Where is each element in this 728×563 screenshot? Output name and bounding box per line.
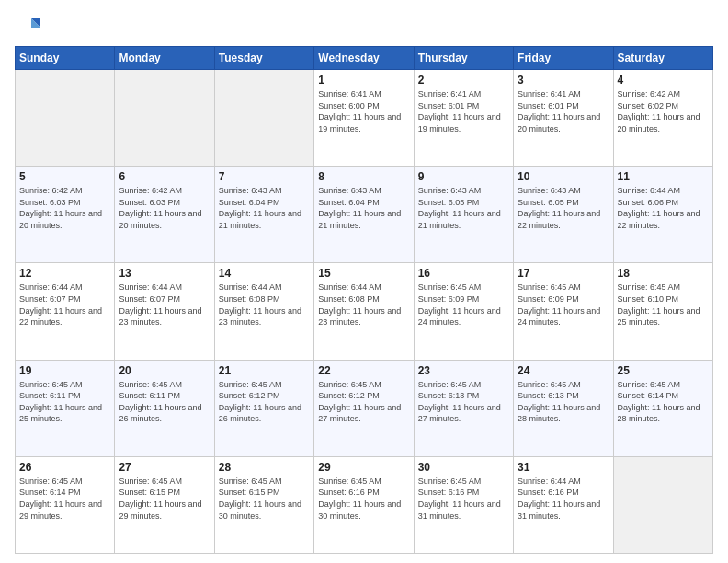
day-number: 7 <box>219 170 310 183</box>
calendar-week-4: 19Sunrise: 6:45 AM Sunset: 6:11 PM Dayli… <box>16 360 713 456</box>
calendar-cell: 3Sunrise: 6:41 AM Sunset: 6:01 PM Daylig… <box>514 70 613 167</box>
calendar-week-3: 12Sunrise: 6:44 AM Sunset: 6:07 PM Dayli… <box>16 263 713 360</box>
calendar-week-5: 26Sunrise: 6:45 AM Sunset: 6:14 PM Dayli… <box>16 456 713 553</box>
day-number: 30 <box>418 461 509 474</box>
calendar-cell: 14Sunrise: 6:44 AM Sunset: 6:08 PM Dayli… <box>214 263 313 360</box>
calendar-cell: 31Sunrise: 6:44 AM Sunset: 6:16 PM Dayli… <box>514 456 613 553</box>
day-info: Sunrise: 6:45 AM Sunset: 6:12 PM Dayligh… <box>318 379 409 425</box>
day-info: Sunrise: 6:41 AM Sunset: 6:01 PM Dayligh… <box>518 88 609 134</box>
day-number: 14 <box>219 267 310 280</box>
day-info: Sunrise: 6:43 AM Sunset: 6:05 PM Dayligh… <box>518 185 609 231</box>
calendar-cell: 12Sunrise: 6:44 AM Sunset: 6:07 PM Dayli… <box>16 263 115 360</box>
calendar-header-row: SundayMondayTuesdayWednesdayThursdayFrid… <box>16 47 713 70</box>
day-info: Sunrise: 6:45 AM Sunset: 6:16 PM Dayligh… <box>318 476 409 522</box>
day-info: Sunrise: 6:45 AM Sunset: 6:10 PM Dayligh… <box>618 282 709 327</box>
calendar-cell: 22Sunrise: 6:45 AM Sunset: 6:12 PM Dayli… <box>314 360 414 456</box>
calendar-table: SundayMondayTuesdayWednesdayThursdayFrid… <box>15 46 713 554</box>
day-number: 11 <box>618 170 709 183</box>
day-number: 28 <box>219 461 310 474</box>
calendar-cell <box>16 70 115 167</box>
day-info: Sunrise: 6:42 AM Sunset: 6:03 PM Dayligh… <box>19 185 110 231</box>
day-info: Sunrise: 6:45 AM Sunset: 6:11 PM Dayligh… <box>119 379 210 425</box>
day-info: Sunrise: 6:44 AM Sunset: 6:07 PM Dayligh… <box>19 282 110 327</box>
calendar-header-saturday: Saturday <box>613 47 712 70</box>
calendar-cell: 4Sunrise: 6:42 AM Sunset: 6:02 PM Daylig… <box>613 70 712 167</box>
calendar-cell: 8Sunrise: 6:43 AM Sunset: 6:04 PM Daylig… <box>314 167 414 263</box>
day-info: Sunrise: 6:45 AM Sunset: 6:09 PM Dayligh… <box>518 282 609 327</box>
day-number: 25 <box>618 364 709 377</box>
calendar-cell: 2Sunrise: 6:41 AM Sunset: 6:01 PM Daylig… <box>414 70 513 167</box>
calendar-cell: 20Sunrise: 6:45 AM Sunset: 6:11 PM Dayli… <box>115 360 214 456</box>
calendar-cell: 11Sunrise: 6:44 AM Sunset: 6:06 PM Dayli… <box>613 167 712 263</box>
day-number: 1 <box>318 74 409 86</box>
calendar-cell: 7Sunrise: 6:43 AM Sunset: 6:04 PM Daylig… <box>214 167 313 263</box>
day-info: Sunrise: 6:44 AM Sunset: 6:08 PM Dayligh… <box>219 282 310 327</box>
day-number: 8 <box>318 170 409 183</box>
calendar-cell: 25Sunrise: 6:45 AM Sunset: 6:14 PM Dayli… <box>613 360 712 456</box>
logo <box>15 15 44 40</box>
calendar-cell: 28Sunrise: 6:45 AM Sunset: 6:15 PM Dayli… <box>214 456 313 553</box>
day-number: 24 <box>518 364 609 377</box>
calendar-cell: 29Sunrise: 6:45 AM Sunset: 6:16 PM Dayli… <box>314 456 414 553</box>
day-info: Sunrise: 6:44 AM Sunset: 6:16 PM Dayligh… <box>518 476 609 522</box>
day-number: 29 <box>318 461 409 474</box>
calendar-cell: 5Sunrise: 6:42 AM Sunset: 6:03 PM Daylig… <box>16 167 115 263</box>
day-number: 15 <box>318 267 409 280</box>
calendar-cell <box>214 70 313 167</box>
calendar-header-friday: Friday <box>514 47 613 70</box>
day-number: 19 <box>19 364 110 377</box>
day-number: 6 <box>119 170 210 183</box>
calendar-cell: 30Sunrise: 6:45 AM Sunset: 6:16 PM Dayli… <box>414 456 513 553</box>
day-number: 16 <box>418 267 509 280</box>
day-number: 26 <box>19 461 110 474</box>
day-number: 23 <box>418 364 509 377</box>
day-number: 2 <box>418 74 509 86</box>
calendar-cell: 24Sunrise: 6:45 AM Sunset: 6:13 PM Dayli… <box>514 360 613 456</box>
header <box>15 11 713 40</box>
calendar-cell: 15Sunrise: 6:44 AM Sunset: 6:08 PM Dayli… <box>314 263 414 360</box>
calendar-cell: 10Sunrise: 6:43 AM Sunset: 6:05 PM Dayli… <box>514 167 613 263</box>
day-number: 13 <box>119 267 210 280</box>
calendar-cell: 23Sunrise: 6:45 AM Sunset: 6:13 PM Dayli… <box>414 360 513 456</box>
day-number: 27 <box>119 461 210 474</box>
calendar-cell: 26Sunrise: 6:45 AM Sunset: 6:14 PM Dayli… <box>16 456 115 553</box>
day-number: 4 <box>618 74 709 86</box>
day-number: 21 <box>219 364 310 377</box>
day-info: Sunrise: 6:45 AM Sunset: 6:15 PM Dayligh… <box>119 476 210 522</box>
day-number: 22 <box>318 364 409 377</box>
day-info: Sunrise: 6:42 AM Sunset: 6:02 PM Dayligh… <box>618 88 709 134</box>
day-number: 20 <box>119 364 210 377</box>
page: SundayMondayTuesdayWednesdayThursdayFrid… <box>0 0 728 563</box>
day-number: 9 <box>418 170 509 183</box>
day-info: Sunrise: 6:45 AM Sunset: 6:12 PM Dayligh… <box>219 379 310 425</box>
day-info: Sunrise: 6:45 AM Sunset: 6:13 PM Dayligh… <box>518 379 609 425</box>
calendar-cell: 13Sunrise: 6:44 AM Sunset: 6:07 PM Dayli… <box>115 263 214 360</box>
day-number: 18 <box>618 267 709 280</box>
day-info: Sunrise: 6:45 AM Sunset: 6:09 PM Dayligh… <box>418 282 509 327</box>
day-number: 12 <box>19 267 110 280</box>
day-number: 5 <box>19 170 110 183</box>
logo-icon <box>15 15 40 40</box>
day-info: Sunrise: 6:44 AM Sunset: 6:08 PM Dayligh… <box>318 282 409 327</box>
calendar-header-wednesday: Wednesday <box>314 47 414 70</box>
day-info: Sunrise: 6:44 AM Sunset: 6:06 PM Dayligh… <box>618 185 709 231</box>
calendar-cell: 27Sunrise: 6:45 AM Sunset: 6:15 PM Dayli… <box>115 456 214 553</box>
calendar-cell: 16Sunrise: 6:45 AM Sunset: 6:09 PM Dayli… <box>414 263 513 360</box>
calendar-header-monday: Monday <box>115 47 214 70</box>
day-info: Sunrise: 6:44 AM Sunset: 6:07 PM Dayligh… <box>119 282 210 327</box>
day-number: 31 <box>518 461 609 474</box>
calendar-cell: 19Sunrise: 6:45 AM Sunset: 6:11 PM Dayli… <box>16 360 115 456</box>
calendar-cell: 1Sunrise: 6:41 AM Sunset: 6:00 PM Daylig… <box>314 70 414 167</box>
calendar-header-thursday: Thursday <box>414 47 513 70</box>
day-info: Sunrise: 6:45 AM Sunset: 6:13 PM Dayligh… <box>418 379 509 425</box>
calendar-header-sunday: Sunday <box>16 47 115 70</box>
calendar-week-2: 5Sunrise: 6:42 AM Sunset: 6:03 PM Daylig… <box>16 167 713 263</box>
day-info: Sunrise: 6:41 AM Sunset: 6:00 PM Dayligh… <box>318 88 409 134</box>
calendar-cell: 21Sunrise: 6:45 AM Sunset: 6:12 PM Dayli… <box>214 360 313 456</box>
calendar-week-1: 1Sunrise: 6:41 AM Sunset: 6:00 PM Daylig… <box>16 70 713 167</box>
day-number: 10 <box>518 170 609 183</box>
day-info: Sunrise: 6:43 AM Sunset: 6:05 PM Dayligh… <box>418 185 509 231</box>
calendar-header-tuesday: Tuesday <box>214 47 313 70</box>
day-info: Sunrise: 6:41 AM Sunset: 6:01 PM Dayligh… <box>418 88 509 134</box>
day-info: Sunrise: 6:45 AM Sunset: 6:14 PM Dayligh… <box>19 476 110 522</box>
